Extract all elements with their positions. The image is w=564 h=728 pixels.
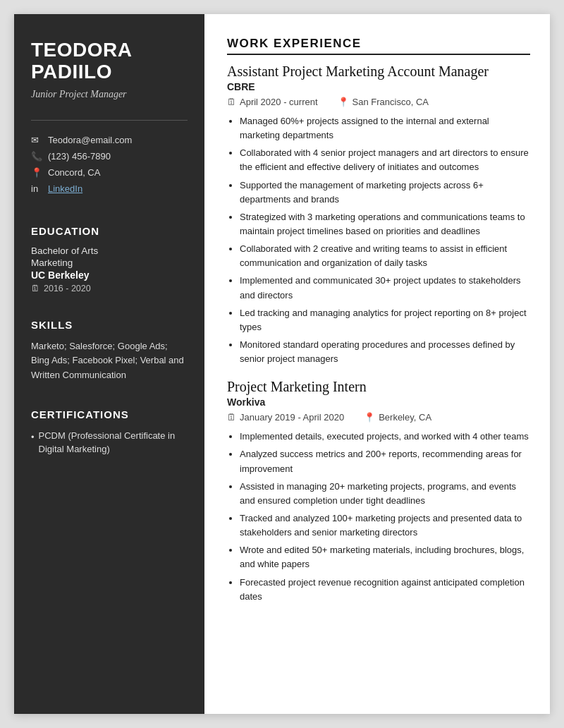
email-item: ✉ Teodora@email.com bbox=[31, 135, 188, 145]
email-icon: ✉ bbox=[31, 135, 42, 145]
education-title: EDUCATION bbox=[31, 225, 188, 237]
location-icon-1: 📍 bbox=[364, 412, 375, 423]
certifications-section: CERTIFICATIONS • PCDM (Professional Cert… bbox=[31, 403, 188, 456]
location-item: 📍 Concord, CA bbox=[31, 167, 188, 178]
education-section: EDUCATION Bachelor of Arts Marketing UC … bbox=[31, 219, 188, 293]
bullet-1-1: Analyzed success metrics and 200+ report… bbox=[240, 447, 530, 475]
bullet-0-1: Collaborated with 4 senior project manag… bbox=[240, 146, 530, 174]
edu-dates: 🗓 2016 - 2020 bbox=[31, 284, 188, 293]
location-icon: 📍 bbox=[31, 167, 42, 178]
phone-item: 📞 (123) 456-7890 bbox=[31, 151, 188, 162]
bullet-1-2: Assisted in managing 20+ marketing proje… bbox=[240, 480, 530, 508]
location-value: Concord, CA bbox=[48, 167, 100, 178]
job-bullets-0: Managed 60%+ projects assigned to the in… bbox=[240, 114, 530, 366]
certifications-title: CERTIFICATIONS bbox=[31, 408, 188, 420]
linkedin-value[interactable]: LinkedIn bbox=[48, 183, 82, 194]
job-meta-0: 🗓 April 2020 - current 📍 San Francisco, … bbox=[227, 97, 530, 107]
bullet-0-6: Led tracking and managing analytics for … bbox=[240, 306, 530, 334]
edu-dates-value: 2016 - 2020 bbox=[44, 284, 91, 293]
work-experience-title: WORK EXPERIENCE bbox=[227, 37, 530, 55]
job-1: Project Marketing Intern Workiva 🗓 Janua… bbox=[227, 379, 530, 604]
job-0: Assistant Project Marketing Account Mana… bbox=[227, 63, 530, 366]
job-company-0: CBRE bbox=[227, 81, 530, 92]
candidate-title: Junior Project Manager bbox=[31, 89, 188, 100]
email-value: Teodora@email.com bbox=[48, 135, 132, 145]
bullet-1-4: Wrote and edited 50+ marketing materials… bbox=[240, 543, 530, 571]
bullet-0-4: Collaborated with 2 creative and writing… bbox=[240, 242, 530, 270]
job-dates-0: 🗓 April 2020 - current bbox=[227, 97, 318, 107]
bullet-1-3: Tracked and analyzed 100+ marketing proj… bbox=[240, 511, 530, 540]
skills-section: SKILLS Marketo; Salesforce; Google Ads; … bbox=[31, 313, 188, 383]
cert-bullet: • bbox=[31, 430, 35, 444]
phone-icon: 📞 bbox=[31, 151, 42, 162]
resume: TEODORA PADIILO Junior Project Manager ✉… bbox=[14, 14, 550, 714]
linkedin-item[interactable]: in LinkedIn bbox=[31, 183, 188, 194]
skills-title: SKILLS bbox=[31, 319, 188, 331]
skills-text: Marketo; Salesforce; Google Ads; Bing Ad… bbox=[31, 339, 188, 383]
cert-item-0: • PCDM (Professional Certificate in Digi… bbox=[31, 429, 188, 456]
sidebar: TEODORA PADIILO Junior Project Manager ✉… bbox=[14, 14, 204, 714]
location-icon-0: 📍 bbox=[338, 97, 349, 107]
job-title-1: Project Marketing Intern bbox=[227, 379, 530, 395]
dates-icon-1: 🗓 bbox=[227, 412, 236, 423]
candidate-name: TEODORA PADIILO bbox=[31, 40, 188, 83]
edu-field: Marketing bbox=[31, 257, 188, 268]
job-bullets-1: Implemented details, executed projects, … bbox=[240, 430, 530, 604]
bullet-0-2: Supported the management of marketing pr… bbox=[240, 178, 530, 207]
job-meta-1: 🗓 January 2019 - April 2020 📍 Berkeley, … bbox=[227, 412, 530, 423]
contact-section: ✉ Teodora@email.com 📞 (123) 456-7890 📍 C… bbox=[31, 135, 188, 200]
job-dates-1: 🗓 January 2019 - April 2020 bbox=[227, 412, 344, 423]
bullet-0-7: Monitored standard operating procedures … bbox=[240, 338, 530, 366]
job-location-0: 📍 San Francisco, CA bbox=[338, 97, 429, 107]
divider bbox=[31, 120, 188, 121]
bullet-0-5: Implemented and communicated 30+ project… bbox=[240, 274, 530, 302]
phone-value: (123) 456-7890 bbox=[48, 151, 111, 162]
edu-degree: Bachelor of Arts bbox=[31, 245, 188, 256]
main-content: WORK EXPERIENCE Assistant Project Market… bbox=[204, 14, 550, 714]
job-title-0: Assistant Project Marketing Account Mana… bbox=[227, 63, 530, 80]
edu-school: UC Berkeley bbox=[31, 269, 188, 281]
cert-text-0: PCDM (Professional Certificate in Digita… bbox=[39, 429, 188, 456]
bullet-0-0: Managed 60%+ projects assigned to the in… bbox=[240, 114, 530, 142]
bullet-1-5: Forecasted project revenue recognition a… bbox=[240, 576, 530, 604]
job-location-1: 📍 Berkeley, CA bbox=[364, 412, 431, 423]
dates-icon: 🗓 bbox=[31, 284, 40, 293]
linkedin-icon: in bbox=[31, 183, 42, 194]
bullet-0-3: Strategized with 3 marketing operations … bbox=[240, 210, 530, 238]
bullet-1-0: Implemented details, executed projects, … bbox=[240, 430, 530, 444]
dates-icon-0: 🗓 bbox=[227, 97, 236, 107]
job-company-1: Workiva bbox=[227, 396, 530, 408]
